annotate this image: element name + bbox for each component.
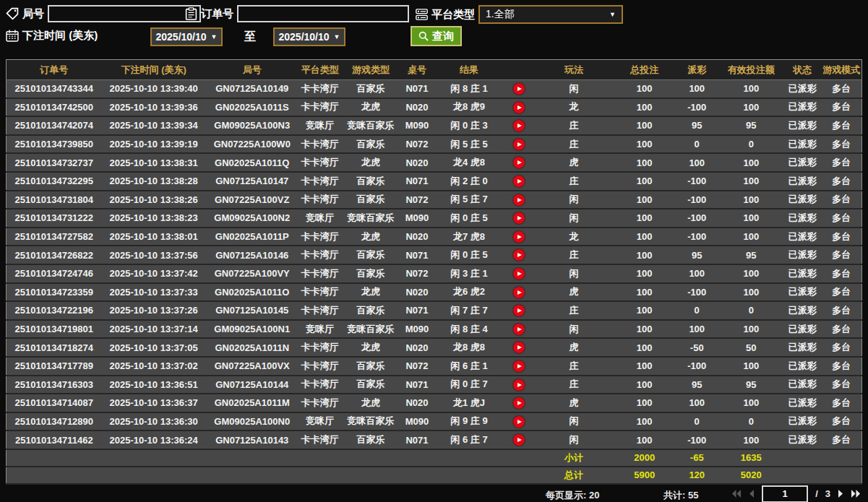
cell-play — [504, 116, 534, 135]
cell-round: GN07125A10145 — [206, 301, 298, 320]
cell-table: M090 — [400, 320, 434, 339]
table-row: 2510101347268222025-10-10 13:37:56GN0712… — [7, 246, 862, 264]
cell-status: 已派彩 — [783, 228, 821, 246]
cell-total: 100 — [614, 320, 675, 339]
cell-bet: 闲 — [534, 191, 614, 209]
cell-result: 龙4 虎8 — [434, 153, 504, 172]
cell-play — [504, 301, 534, 320]
cell-result: 闲 3 庄 1 — [434, 264, 504, 283]
play-icon[interactable] — [513, 342, 525, 353]
cell-time: 2025-10-10 13:38:28 — [102, 172, 206, 191]
platform-type-select[interactable]: 1.全部 ▼ — [478, 5, 623, 24]
cell-result: 闲 0 庄 7 — [434, 376, 504, 394]
play-icon[interactable] — [513, 416, 525, 428]
total-pages-label: 3 — [825, 488, 830, 499]
cell-bet: 虎 — [534, 394, 614, 412]
cell-payout: 100 — [675, 80, 718, 98]
cell-status: 已派彩 — [783, 376, 821, 394]
date-from-picker[interactable]: 2025/10/10 ▼ — [150, 27, 223, 46]
date-to-picker[interactable]: 2025/10/10 ▼ — [273, 27, 345, 46]
play-icon[interactable] — [513, 324, 525, 335]
table-footer: 每页显示: 20 共计: 55 / 3 — [0, 485, 868, 502]
cell-game: 百家乐 — [342, 191, 400, 209]
play-icon[interactable] — [513, 102, 525, 113]
play-icon[interactable] — [513, 212, 525, 224]
cell-time: 2025-10-10 13:39:36 — [102, 98, 206, 117]
cell-mode: 多台 — [821, 394, 861, 412]
table-row: 2510101347233592025-10-10 13:37:33GN0202… — [7, 283, 862, 302]
cell-round: GN07225A100W0 — [206, 135, 298, 154]
cell-status: 已派彩 — [783, 135, 821, 154]
clipboard-icon — [185, 7, 197, 20]
play-icon[interactable] — [513, 287, 525, 298]
grand-total-row-payout: 120 — [675, 467, 718, 484]
cell-valid: 0 — [718, 301, 783, 320]
cell-payout: -100 — [675, 357, 718, 376]
cell-game: 百家乐 — [342, 301, 400, 320]
cell-total: 100 — [614, 246, 675, 264]
bet-time-field: 下注时间 (美东) — [6, 29, 98, 43]
platform-type-value: 1.全部 — [486, 8, 515, 21]
cell-order: 251010134732737 — [7, 153, 102, 172]
cell-hall: 卡卡湾厅 — [298, 283, 342, 302]
play-icon[interactable] — [513, 231, 525, 243]
play-icon[interactable] — [513, 268, 525, 280]
cell-round: GN02025A1011M — [206, 394, 298, 412]
cell-empty — [504, 467, 534, 484]
cell-hall: 卡卡湾厅 — [298, 228, 342, 246]
cell-round: GN07125A10149 — [206, 80, 298, 98]
query-button[interactable]: 查询 — [411, 26, 462, 46]
play-icon[interactable] — [513, 379, 525, 391]
cell-play — [504, 338, 534, 357]
cell-play — [504, 98, 534, 117]
game-no-label: 局号 — [22, 7, 44, 21]
cell-status: 已派彩 — [783, 116, 821, 135]
cell-table: M090 — [400, 209, 434, 228]
play-icon[interactable] — [513, 434, 525, 446]
cell-time: 2025-10-10 13:37:56 — [102, 246, 206, 264]
play-icon[interactable] — [513, 176, 525, 187]
cell-bet: 庄 — [534, 172, 614, 191]
play-icon[interactable] — [513, 305, 525, 316]
cell-empty — [206, 467, 298, 484]
prev-page-button[interactable] — [749, 490, 755, 498]
subtotal-row-payout: -65 — [675, 449, 718, 467]
first-page-button[interactable] — [731, 490, 742, 498]
cell-valid: 95 — [718, 376, 783, 394]
cell-hall: 卡卡湾厅 — [298, 80, 342, 98]
play-icon[interactable] — [513, 139, 525, 150]
play-icon[interactable] — [513, 397, 525, 409]
cell-time: 2025-10-10 13:36:37 — [102, 394, 206, 412]
last-page-button[interactable] — [851, 490, 861, 498]
cell-payout: 100 — [675, 153, 718, 172]
cell-time: 2025-10-10 13:39:19 — [102, 135, 206, 154]
cell-order: 251010134739850 — [7, 135, 102, 154]
column-header-5: 桌号 — [400, 60, 434, 80]
cell-status: 已派彩 — [783, 172, 821, 191]
play-icon[interactable] — [513, 157, 525, 168]
table-row: 2510101347163032025-10-10 13:36:51GN0712… — [7, 376, 862, 394]
cell-bet: 闲 — [534, 430, 614, 449]
date-to-value: 2025/10/10 — [279, 31, 330, 43]
cell-round: GN02025A1011O — [206, 283, 298, 302]
play-icon[interactable] — [513, 194, 525, 206]
cell-game: 竞咪百家乐 — [342, 412, 400, 431]
cell-payout: 100 — [675, 394, 718, 412]
play-icon[interactable] — [513, 83, 525, 95]
next-page-button[interactable] — [838, 490, 843, 498]
cell-total: 100 — [614, 209, 675, 228]
play-icon[interactable] — [513, 120, 525, 131]
play-icon[interactable] — [513, 249, 525, 261]
subtotal-row-valid: 1635 — [718, 449, 783, 467]
cell-total: 100 — [614, 98, 675, 117]
cell-total: 100 — [614, 116, 675, 135]
order-no-input[interactable] — [237, 5, 409, 22]
cell-total: 100 — [614, 412, 675, 431]
column-header-0: 订单号 — [7, 60, 102, 80]
cell-empty — [7, 449, 102, 467]
play-icon[interactable] — [513, 360, 525, 372]
cell-time: 2025-10-10 13:36:30 — [102, 412, 206, 431]
table-row: 2510101347114622025-10-10 13:36:24GN0712… — [7, 430, 862, 449]
page-number-input[interactable] — [762, 485, 808, 502]
game-no-input[interactable] — [48, 5, 201, 22]
